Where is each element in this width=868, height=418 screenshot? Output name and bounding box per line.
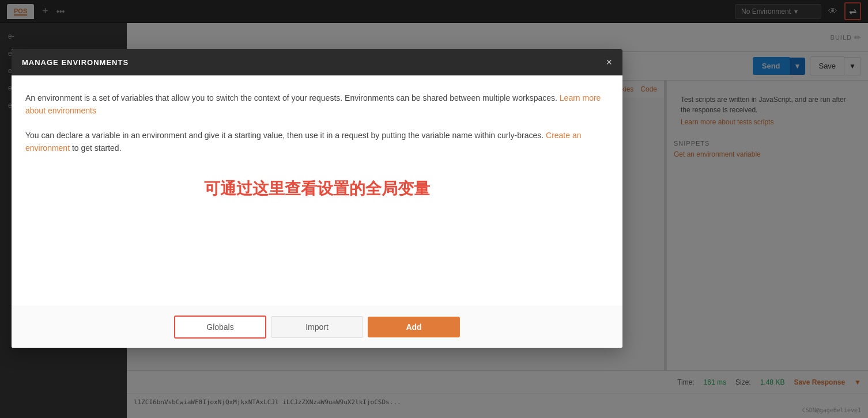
description-1: An environment is a set of variables tha… [25,92,609,117]
description-2: You can declare a variable in an environ… [25,129,609,155]
manage-environments-modal: MANAGE ENVIRONMENTS × An environment is … [12,49,622,348]
modal-header: MANAGE ENVIRONMENTS × [12,49,622,75]
globals-button[interactable]: Globals [174,316,266,339]
annotation-text: 可通过这里查看设置的全局变量 [25,178,609,200]
modal-overlay[interactable]: MANAGE ENVIRONMENTS × An environment is … [0,0,868,418]
add-button[interactable]: Add [368,317,460,337]
modal-footer: Globals Import Add [12,306,622,348]
modal-body: An environment is a set of variables tha… [12,75,622,306]
modal-close-button[interactable]: × [606,57,612,67]
import-button[interactable]: Import [271,316,363,338]
modal-title: MANAGE ENVIRONMENTS [22,58,129,67]
